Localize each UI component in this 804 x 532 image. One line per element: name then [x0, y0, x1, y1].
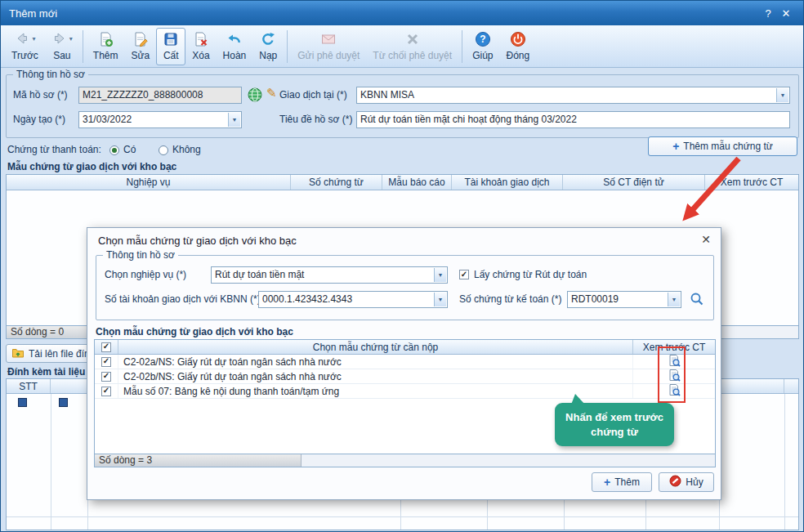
- toolbar: ▾ Trước ▾ Sau Thêm Sửa Cất: [1, 25, 803, 68]
- annotation-callout: Nhấn để xem trước chứng từ: [555, 403, 674, 446]
- modal-table-title: Chọn mẫu chứng từ giao dịch với kho bạc: [96, 326, 293, 338]
- help-titlebar-button[interactable]: ?: [759, 7, 777, 20]
- combo-value: Rút dự toán tiền mặt: [212, 267, 434, 283]
- ma-ho-so-input[interactable]: M21_ZZZZZZ0_888800008: [78, 87, 242, 104]
- toolbar-delete-button[interactable]: Xóa: [185, 28, 216, 65]
- row-checkbox[interactable]: ✓: [101, 387, 111, 396]
- so-chung-tu-label: Số chứng từ kế toán (*): [459, 291, 561, 308]
- modal-huy-button[interactable]: Hủy: [659, 472, 714, 492]
- toolbar-label: Xóa: [192, 50, 209, 61]
- row-checkbox[interactable]: ✓: [101, 357, 111, 367]
- save-icon: [163, 31, 179, 47]
- combo-value: 0000.1.423432.4343: [259, 292, 434, 307]
- refresh-icon: [260, 31, 276, 47]
- checkbox[interactable]: [59, 398, 68, 407]
- callout-text: Nhấn để xem trước chứng từ: [565, 411, 663, 438]
- giao-dich-tai-label: Giao dịch tại (*): [279, 87, 347, 104]
- search-icon[interactable]: [690, 292, 704, 309]
- giao-dich-tai-combo[interactable]: KBNN MISA ▼: [356, 87, 790, 104]
- grid-line: [784, 394, 785, 530]
- template-name: Mẫu số 07: Bảng kê nội dung thanh toán/t…: [118, 384, 633, 398]
- radio-khong-label: Không: [172, 141, 201, 159]
- chevron-down-icon[interactable]: ▼: [434, 268, 446, 282]
- column-header[interactable]: Nghiệp vụ: [7, 175, 291, 190]
- globe-sync-icon[interactable]: [247, 87, 263, 105]
- so-chung-tu-combo[interactable]: RDT00019 ▼: [567, 291, 681, 308]
- grid-line: [51, 394, 51, 530]
- chevron-down-icon[interactable]: ▼: [434, 293, 446, 306]
- chevron-down-icon[interactable]: ▾: [69, 36, 73, 42]
- chon-nghiep-vu-label: Chọn nghiệp vụ (*): [105, 266, 186, 284]
- toolbar-send-approval-button[interactable]: Gửi phê duyệt: [291, 28, 366, 65]
- table-row[interactable]: ✓ C2-02b/NS: Giấy rút dự toán ngân sách …: [95, 369, 715, 384]
- chevron-down-icon[interactable]: ▼: [776, 88, 788, 102]
- toolbar-label: Sửa: [132, 50, 150, 61]
- combo-value: 31/03/2022: [79, 112, 228, 127]
- toolbar-label: Cất: [163, 50, 179, 61]
- toolbar-edit-button[interactable]: Sửa: [125, 28, 157, 65]
- toolbar-prev-button[interactable]: ▾ Trước: [5, 28, 45, 65]
- close-icon[interactable]: ✕: [701, 233, 711, 246]
- toolbar-label: Sau: [53, 50, 70, 61]
- toolbar-undo-button[interactable]: Hoàn: [217, 28, 253, 65]
- table-row[interactable]: ✓ Mẫu số 07: Bảng kê nội dung thanh toán…: [95, 384, 715, 399]
- arrow-right-icon: [51, 30, 68, 49]
- pencil-icon[interactable]: ✎: [266, 86, 277, 101]
- attachments-title: Đính kèm tài liệu: [7, 366, 85, 378]
- row-checkbox[interactable]: ✓: [101, 372, 111, 382]
- modal-them-button[interactable]: + Thêm: [592, 472, 652, 492]
- delete-document-icon: [193, 31, 209, 47]
- chevron-down-icon[interactable]: ▼: [668, 293, 680, 306]
- lay-chung-tu-checkbox[interactable]: ✓: [459, 270, 469, 279]
- button-label: Hủy: [686, 476, 703, 488]
- reject-x-icon: [404, 31, 421, 47]
- lay-chung-tu-label: Lấy chứng từ Rút dự toán: [474, 266, 587, 284]
- column-header[interactable]: Tài khoản giao dịch: [452, 175, 563, 190]
- toolbar-help-button[interactable]: ? Giúp: [466, 28, 499, 65]
- annotation-red-box: [658, 346, 686, 403]
- select-all-checkbox[interactable]: ✓: [101, 342, 111, 352]
- title-bar: Thêm mới ? ✕: [1, 1, 803, 25]
- column-header-stt[interactable]: STT: [7, 379, 51, 393]
- so-tai-khoan-label: Số tài khoản giao dịch với KBNN (*): [105, 291, 261, 308]
- column-header[interactable]: [719, 379, 784, 393]
- table-row[interactable]: ✓ C2-02a/NS: Giấy rút dự toán ngân sách …: [95, 355, 715, 369]
- radio-khong[interactable]: [159, 145, 168, 155]
- toolbar-next-button[interactable]: ▾ Sau: [45, 28, 79, 65]
- ngay-tao-datepicker[interactable]: 31/03/2022 ▼: [78, 111, 242, 128]
- combo-value: KBNN MISA: [357, 87, 776, 103]
- modal-chon-mau-chung-tu: Chọn mẫu chứng từ giao dịch với kho bạc …: [87, 227, 721, 500]
- column-header[interactable]: Chọn mẫu chứng từ cần nộp: [118, 340, 633, 354]
- toolbar-separator: [83, 30, 83, 63]
- help-icon: ?: [475, 31, 491, 47]
- chon-nghiep-vu-combo[interactable]: Rút dự toán tiền mặt ▼: [211, 266, 448, 284]
- toolbar-label: Đóng: [506, 50, 529, 61]
- chevron-down-icon[interactable]: ▼: [228, 113, 240, 127]
- so-tai-khoan-combo[interactable]: 0000.1.423432.4343 ▼: [258, 291, 448, 308]
- power-icon: [510, 31, 526, 47]
- modal-title: Chọn mẫu chứng từ giao dịch với kho bạc: [98, 235, 297, 247]
- toolbar-reject-approval-button[interactable]: Từ chối phê duyệt: [366, 28, 458, 65]
- undo-icon: [226, 31, 243, 47]
- toolbar-close-button[interactable]: Đóng: [499, 28, 536, 65]
- ngay-tao-label: Ngày tạo (*): [13, 111, 65, 128]
- main-table-title: Mẫu chứng từ giao dịch với kho bạc: [7, 161, 176, 172]
- toolbar-add-button[interactable]: Thêm: [87, 28, 125, 65]
- checkbox[interactable]: [18, 398, 27, 407]
- chevron-down-icon[interactable]: ▾: [32, 36, 35, 42]
- toolbar-label: Gửi phê duyệt: [297, 50, 360, 61]
- column-header[interactable]: [51, 379, 87, 393]
- toolbar-label: Nạp: [259, 50, 277, 61]
- group-legend: Thông tin hồ sơ: [103, 249, 178, 261]
- toolbar-reload-button[interactable]: Nạp: [252, 28, 284, 65]
- column-header[interactable]: Mẫu báo cáo: [382, 175, 452, 190]
- toolbar-save-button[interactable]: Cất: [156, 28, 185, 65]
- template-name: C2-02a/NS: Giấy rút dự toán ngân sách nh…: [118, 355, 633, 369]
- row-count[interactable]: Số dòng = 3: [95, 454, 302, 467]
- column-header[interactable]: [784, 379, 798, 393]
- radio-co[interactable]: [109, 145, 119, 155]
- tieu-de-input[interactable]: Rút dự toán tiền mặt chi hoạt động tháng…: [356, 111, 790, 128]
- column-header[interactable]: Số chứng từ: [291, 175, 382, 190]
- radio-co-label: Có: [123, 141, 136, 159]
- close-window-button[interactable]: ✕: [777, 7, 795, 20]
